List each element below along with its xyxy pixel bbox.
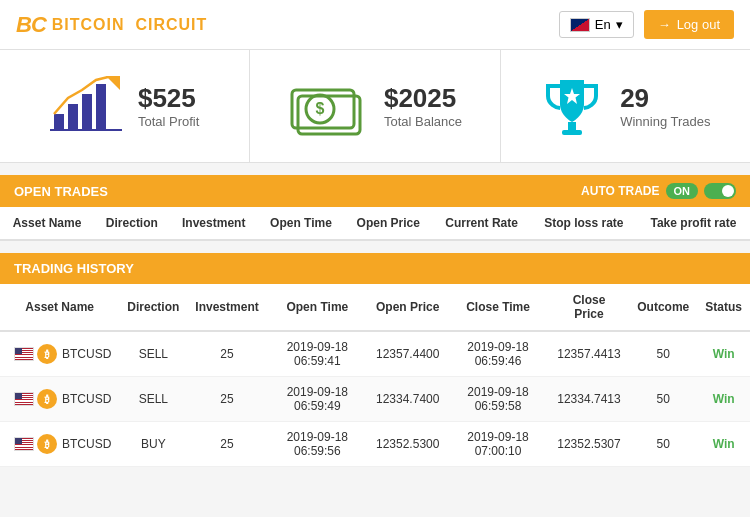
- toggle-on-label: ON: [666, 183, 699, 199]
- close-time-cell: 2019-09-18 07:00:10: [447, 422, 548, 467]
- investment-cell: 25: [187, 422, 266, 467]
- close-price-cell: 12357.4413: [549, 331, 630, 377]
- open-trades-table: Asset Name Direction Investment Open Tim…: [0, 207, 750, 241]
- language-button[interactable]: En ▾: [559, 11, 634, 38]
- hist-col-asset: Asset Name: [0, 284, 119, 331]
- open-trades-title: OPEN TRADES: [14, 184, 108, 199]
- direction-cell: SELL: [119, 377, 187, 422]
- auto-trade-toggle[interactable]: AUTO TRADE ON: [581, 183, 736, 199]
- balance-icon: $: [288, 76, 368, 136]
- profit-label: Total Profit: [138, 114, 199, 129]
- logo-word1: BITCOIN: [52, 16, 125, 33]
- table-row: ₿ BTCUSD BUY 25 2019-09-18 06:59:56 1235…: [0, 422, 750, 467]
- auto-trade-label: AUTO TRADE: [581, 184, 659, 198]
- stat-info-profit: $525 Total Profit: [138, 83, 199, 129]
- history-table: Asset Name Direction Investment Open Tim…: [0, 284, 750, 467]
- table-row: ₿ BTCUSD SELL 25 2019-09-18 06:59:41 123…: [0, 331, 750, 377]
- svg-rect-10: [568, 122, 576, 130]
- btc-icon: ₿: [37, 434, 57, 454]
- logo: BC BITCOIN CIRCUIT: [16, 12, 207, 38]
- hist-col-close-price: Close Price: [549, 284, 630, 331]
- us-flag-icon: [14, 437, 34, 451]
- open-trades-header-row: Asset Name Direction Investment Open Tim…: [0, 207, 750, 240]
- status-cell: Win: [697, 377, 750, 422]
- direction-cell: SELL: [119, 331, 187, 377]
- stat-info-balance: $2025 Total Balance: [384, 83, 462, 129]
- close-price-cell: 12334.7413: [549, 377, 630, 422]
- asset-name: BTCUSD: [62, 392, 111, 406]
- asset-cell: ₿ BTCUSD: [0, 377, 119, 422]
- flag-icon: [570, 18, 590, 32]
- stat-card-wins: 29 Winning Trades: [501, 50, 750, 162]
- gap2: [0, 241, 750, 253]
- hist-col-outcome: Outcome: [629, 284, 697, 331]
- header-right: En ▾ → Log out: [559, 10, 734, 39]
- investment-cell: 25: [187, 331, 266, 377]
- toggle-switch[interactable]: [704, 183, 736, 199]
- close-time-cell: 2019-09-18 06:59:46: [447, 331, 548, 377]
- hist-col-investment: Investment: [187, 284, 266, 331]
- gap1: [0, 163, 750, 175]
- hist-col-open-time: Open Time: [267, 284, 368, 331]
- status-cell: Win: [697, 422, 750, 467]
- hist-col-close-time: Close Time: [447, 284, 548, 331]
- hist-col-status: Status: [697, 284, 750, 331]
- btc-icon: ₿: [37, 344, 57, 364]
- logout-arrow-icon: →: [658, 17, 671, 32]
- open-price-cell: 12334.7400: [368, 377, 447, 422]
- investment-cell: 25: [187, 377, 266, 422]
- col-open-price: Open Price: [344, 207, 432, 240]
- table-row: ₿ BTCUSD SELL 25 2019-09-18 06:59:49 123…: [0, 377, 750, 422]
- us-flag-icon: [14, 347, 34, 361]
- svg-marker-4: [106, 76, 120, 90]
- hist-col-open-price: Open Price: [368, 284, 447, 331]
- svg-rect-2: [82, 94, 92, 130]
- asset-name: BTCUSD: [62, 347, 111, 361]
- col-asset-name: Asset Name: [0, 207, 94, 240]
- open-trades-header: OPEN TRADES AUTO TRADE ON: [0, 175, 750, 207]
- lang-label: En: [595, 17, 611, 32]
- svg-rect-3: [96, 84, 106, 130]
- svg-rect-11: [562, 130, 582, 135]
- logo-name: BITCOIN CIRCUIT: [52, 16, 208, 34]
- logout-label: Log out: [677, 17, 720, 32]
- open-price-cell: 12352.5300: [368, 422, 447, 467]
- header: BC BITCOIN CIRCUIT En ▾ → Log out: [0, 0, 750, 50]
- col-direction: Direction: [94, 207, 170, 240]
- close-time-cell: 2019-09-18 06:59:58: [447, 377, 548, 422]
- outcome-cell: 50: [629, 422, 697, 467]
- us-flag-icon: [14, 392, 34, 406]
- hist-col-direction: Direction: [119, 284, 187, 331]
- wins-value: 29: [620, 83, 710, 114]
- open-time-cell: 2019-09-18 06:59:49: [267, 377, 368, 422]
- svg-text:$: $: [316, 100, 325, 117]
- logo-bc-text: BC: [16, 12, 46, 38]
- svg-rect-1: [68, 104, 78, 130]
- btc-icon: ₿: [37, 389, 57, 409]
- trading-history-header: TRADING HISTORY: [0, 253, 750, 284]
- asset-cell: ₿ BTCUSD: [0, 422, 119, 467]
- history-table-wrap: Asset Name Direction Investment Open Tim…: [0, 284, 750, 467]
- asset-cell: ₿ BTCUSD: [0, 331, 119, 377]
- trading-history-title: TRADING HISTORY: [14, 261, 134, 276]
- open-price-cell: 12357.4400: [368, 331, 447, 377]
- outcome-cell: 50: [629, 331, 697, 377]
- wins-label: Winning Trades: [620, 114, 710, 129]
- close-price-cell: 12352.5307: [549, 422, 630, 467]
- profit-value: $525: [138, 83, 199, 114]
- col-current-rate: Current Rate: [432, 207, 531, 240]
- col-open-time: Open Time: [258, 207, 344, 240]
- direction-cell: BUY: [119, 422, 187, 467]
- trophy-icon: [540, 74, 604, 138]
- logout-button[interactable]: → Log out: [644, 10, 734, 39]
- status-cell: Win: [697, 331, 750, 377]
- stats-row: $525 Total Profit $ $2025 Total Balance: [0, 50, 750, 163]
- col-stop-loss-rate: Stop loss rate: [531, 207, 637, 240]
- stat-info-wins: 29 Winning Trades: [620, 83, 710, 129]
- stat-card-profit: $525 Total Profit: [0, 50, 250, 162]
- asset-name: BTCUSD: [62, 437, 111, 451]
- open-time-cell: 2019-09-18 06:59:56: [267, 422, 368, 467]
- stat-card-balance: $ $2025 Total Balance: [250, 50, 500, 162]
- open-time-cell: 2019-09-18 06:59:41: [267, 331, 368, 377]
- svg-rect-0: [54, 114, 64, 130]
